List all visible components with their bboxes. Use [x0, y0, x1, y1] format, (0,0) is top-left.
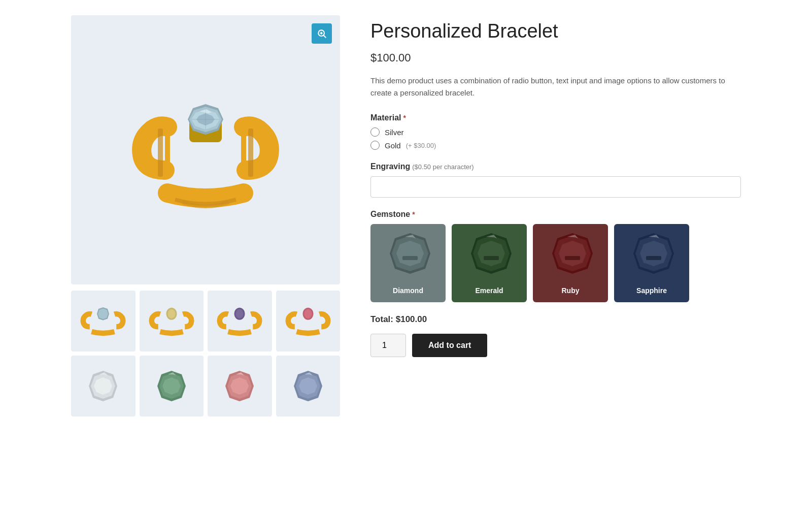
svg-marker-51: [478, 241, 505, 266]
thumbnail-grid: [71, 291, 340, 417]
right-panel: Personalized Bracelet $100.00 This demo …: [370, 15, 741, 417]
svg-rect-47: [402, 256, 418, 260]
svg-point-21: [167, 309, 175, 318]
engraving-input[interactable]: [370, 176, 741, 198]
page-container: Personalized Bracelet $100.00 This demo …: [51, 0, 761, 432]
engraving-label: Engraving ($0.50 per character): [370, 162, 741, 171]
gemstone-emerald[interactable]: Emerald: [452, 224, 527, 302]
svg-rect-6: [248, 129, 253, 177]
svg-point-27: [304, 309, 312, 318]
svg-rect-5: [165, 127, 170, 177]
svg-rect-7: [241, 127, 246, 177]
material-required: *: [403, 114, 405, 122]
gemstone-diamond[interactable]: Diamond: [370, 224, 446, 302]
thumbnail-4[interactable]: [276, 291, 341, 352]
diamond-label: Diamond: [393, 286, 423, 295]
svg-rect-4: [158, 129, 163, 177]
left-panel: [71, 15, 340, 417]
thumbnail-6[interactable]: [140, 356, 204, 417]
gemstone-option-group: Gemstone * Diamond: [370, 210, 741, 302]
thumbnail-8[interactable]: [276, 356, 341, 417]
gold-option[interactable]: Gold (+ $30.00): [370, 141, 741, 150]
thumbnail-5[interactable]: [71, 356, 136, 417]
gemstone-required: *: [412, 210, 415, 218]
main-image: [71, 15, 340, 284]
total-row: Total: $100.00: [370, 314, 741, 325]
silver-option[interactable]: Silver: [370, 127, 741, 137]
svg-marker-46: [396, 241, 424, 266]
silver-label: Silver: [385, 128, 404, 137]
sapphire-gem-svg: [631, 231, 676, 276]
svg-marker-42: [299, 377, 317, 395]
emerald-label: Emerald: [475, 286, 503, 295]
gold-radio[interactable]: [370, 141, 380, 150]
thumbnail-7[interactable]: [208, 356, 272, 417]
quantity-input[interactable]: [370, 334, 406, 357]
main-bracelet-svg: [124, 69, 287, 231]
add-to-cart-button[interactable]: Add to cart: [412, 334, 487, 357]
svg-rect-62: [646, 256, 661, 260]
gemstone-ruby[interactable]: Ruby: [533, 224, 608, 302]
svg-marker-18: [98, 308, 109, 319]
engraving-sub-label: ($0.50 per character): [412, 163, 473, 171]
gemstone-label: Gemstone *: [370, 210, 741, 219]
thumbnail-2[interactable]: [140, 291, 204, 352]
engraving-option-group: Engraving ($0.50 per character): [370, 162, 741, 198]
zoom-button[interactable]: [312, 23, 332, 44]
cart-row: Add to cart: [370, 334, 741, 357]
svg-marker-38: [230, 377, 249, 395]
material-label: Material *: [370, 113, 741, 122]
gold-label: Gold: [385, 141, 401, 150]
gemstone-grid: Diamond Emerald: [370, 224, 741, 302]
thumbnail-3[interactable]: [208, 291, 272, 352]
svg-point-24: [236, 309, 244, 318]
svg-marker-61: [640, 241, 667, 266]
svg-rect-52: [484, 256, 499, 260]
diamond-gem-svg: [387, 231, 433, 276]
sapphire-label: Sapphire: [636, 286, 667, 295]
gemstone-sapphire[interactable]: Sapphire: [614, 224, 689, 302]
product-description: This demo product uses a combination of …: [370, 75, 741, 99]
gold-price-modifier: (+ $30.00): [406, 142, 436, 149]
silver-radio[interactable]: [370, 127, 380, 137]
emerald-gem-svg: [468, 231, 514, 276]
product-title: Personalized Bracelet: [370, 20, 741, 42]
svg-marker-30: [94, 377, 112, 395]
thumbnail-1[interactable]: [71, 291, 136, 352]
svg-rect-57: [565, 256, 580, 260]
ruby-gem-svg: [550, 231, 595, 276]
material-option-group: Material * Silver Gold (+ $30.00): [370, 113, 741, 150]
svg-marker-34: [162, 377, 181, 395]
svg-line-1: [324, 36, 326, 38]
svg-marker-56: [559, 241, 586, 266]
product-price: $100.00: [370, 51, 741, 65]
ruby-label: Ruby: [562, 286, 580, 295]
